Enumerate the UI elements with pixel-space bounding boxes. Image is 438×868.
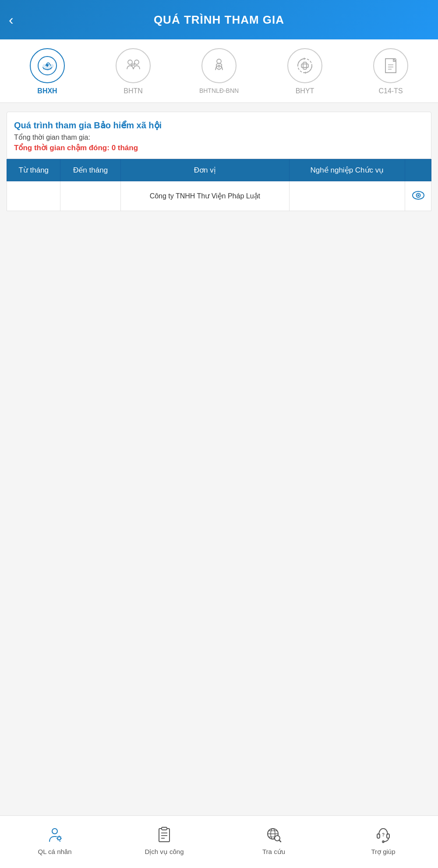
svg-rect-9 [385,59,396,73]
tab-c14-ts-icon-circle [373,48,408,83]
col-den-thang: Đến tháng [60,159,120,181]
header-title: QUÁ TRÌNH THAM GIA [154,13,284,27]
svg-rect-8 [301,64,308,67]
nav-dich-vu-cong[interactable]: Dịch vụ công [110,824,219,856]
nav-tro-giup[interactable]: ? Trợ giúp [328,824,438,856]
svg-text:?: ? [382,833,385,837]
info-card-subtitle: Tổng thời gian tham gia: [14,133,424,141]
nav-tra-cuu[interactable]: Tra cứu [219,824,328,856]
table-row: Công ty TNHH Thư Viện Pháp Luật [7,181,431,211]
back-button[interactable]: ‹ [9,12,14,28]
tab-bhtnld-bnn[interactable]: BHTNLĐ-BNN [197,48,241,95]
tab-bhtnld-bnn-icon-circle [201,48,237,83]
tab-bhyt-icon-circle [287,48,322,83]
tab-bhtn-icon-circle [116,48,151,83]
svg-point-16 [52,829,57,834]
tab-bhxh-label: BHXH [37,87,57,96]
svg-rect-7 [303,62,307,69]
cell-action[interactable] [405,181,431,211]
col-don-vi: Đơn vị [120,159,289,181]
participation-table: Từ tháng Đến tháng Đơn vị Nghề nghiệp Ch… [7,159,431,211]
bhxh-icon [38,56,57,75]
nav-dich-vu-cong-label: Dịch vụ công [145,848,184,856]
col-action [405,159,431,181]
cell-don-vi: Công ty TNHH Thư Viện Pháp Luật [120,181,289,211]
nav-tra-cuu-icon [263,824,284,845]
cell-tu-thang [7,181,60,211]
tab-bhxh-icon-circle [30,48,65,83]
col-nghe-nghiep: Nghề nghiệp Chức vụ [289,159,405,181]
nav-ql-ca-nhan-icon [44,824,65,845]
nav-ql-ca-nhan[interactable]: QL cá nhân [0,824,110,855]
svg-point-15 [417,194,419,196]
view-detail-icon[interactable] [412,189,424,202]
tabs-container: BHXH BHTN [0,39,438,103]
main-content: Quá trình tham gia Bảo hiểm xã hội Tổng … [0,103,438,220]
bhtnld-bnn-icon [209,56,229,75]
svg-rect-31 [377,834,380,838]
info-card-warning: Tổng thời gian chậm đóng: 0 tháng [14,143,424,152]
bhtn-icon [124,56,143,75]
tab-bhtn-label: BHTN [124,87,143,96]
svg-line-30 [279,840,281,842]
bhyt-icon [295,56,314,75]
svg-rect-32 [387,834,389,838]
svg-rect-19 [159,829,170,842]
tab-bhxh[interactable]: BHXH [25,48,69,96]
nav-ql-ca-nhan-label: QL cá nhân [38,848,72,855]
nav-dich-vu-cong-icon [154,824,175,845]
tab-c14-ts[interactable]: C14-TS [369,48,413,96]
cell-nghe-nghiep [289,181,405,211]
bottom-nav: QL cá nhân Dịch vụ công [0,815,438,868]
header: ‹ QUÁ TRÌNH THAM GIA [0,0,438,39]
col-tu-thang: Từ tháng [7,159,60,181]
tab-bhyt-label: BHYT [296,87,314,96]
tab-bhyt[interactable]: BHYT [283,48,327,96]
nav-tra-cuu-label: Tra cứu [262,848,285,856]
table-header-row: Từ tháng Đến tháng Đơn vị Nghề nghiệp Ch… [7,159,431,181]
tab-bhtn[interactable]: BHTN [111,48,155,96]
tab-c14-ts-label: C14-TS [378,87,403,96]
c14-ts-icon [381,56,400,75]
info-card-title: Quá trình tham gia Bảo hiểm xã hội [14,120,424,131]
nav-tro-giup-label: Trợ giúp [371,848,395,856]
svg-rect-20 [162,827,167,830]
cell-den-thang [60,181,120,211]
tab-bhtnld-bnn-label: BHTNLĐ-BNN [199,87,239,95]
nav-tro-giup-icon: ? [373,824,394,845]
info-card: Quá trình tham gia Bảo hiểm xã hội Tổng … [7,112,431,159]
